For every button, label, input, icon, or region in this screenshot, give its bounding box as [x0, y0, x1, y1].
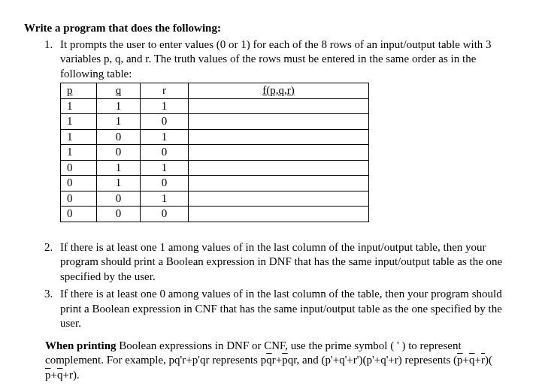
truth-table: p q r f(p,q,r) 1 1 1 1 1 0 1 0 1	[60, 83, 369, 222]
cell-q: 1	[97, 98, 141, 114]
printing-body4: )(	[485, 354, 492, 366]
cell-r: 0	[141, 114, 189, 130]
cell-r: 0	[141, 176, 189, 191]
instruction-list: It prompts the user to enter values (0 o…	[56, 38, 521, 331]
table-row: 1 1 0	[61, 114, 369, 130]
printing-body5: +r).	[62, 369, 79, 381]
cell-p: 1	[61, 129, 97, 145]
printing-body3: qr, and (p'+q'+r')(p'+q'+r) represents (	[288, 354, 457, 366]
cell-q: 1	[97, 176, 141, 191]
instruction-item-2: If there is at least one 1 among values …	[56, 240, 521, 285]
cell-r: 1	[141, 98, 189, 114]
cell-r: 0	[141, 207, 189, 222]
table-row: 0 1 0	[61, 176, 369, 191]
header-p: p	[61, 83, 97, 99]
printing-paragraph: When printing Boolean expressions in DNF…	[45, 339, 521, 383]
overline-p3: p	[45, 369, 51, 381]
header-f: f(p,q,r)	[189, 83, 369, 99]
instruction-1-text: It prompts the user to enter values (0 o…	[60, 38, 492, 80]
table-row: 0 0 1	[61, 191, 369, 207]
table-row: 1 0 1	[61, 129, 369, 145]
printing-body2: r+	[272, 354, 282, 366]
cell-p: 0	[61, 207, 97, 222]
cell-f	[189, 207, 369, 222]
cell-f	[189, 114, 369, 130]
instruction-item-1: It prompts the user to enter values (0 o…	[56, 38, 521, 222]
overline-q2: q	[469, 354, 475, 366]
cell-p: 1	[61, 145, 97, 161]
instruction-2-text: If there is at least one 1 among values …	[60, 241, 502, 282]
cell-f	[189, 176, 369, 191]
cell-q: 0	[97, 207, 141, 222]
plus1: +	[463, 354, 469, 366]
table-row: 1 0 0	[61, 145, 369, 161]
header-q: q	[97, 83, 141, 99]
table-header-row: p q r f(p,q,r)	[61, 83, 369, 99]
cell-r: 1	[141, 191, 189, 207]
printing-lead: When printing	[45, 339, 117, 351]
table-row: 0 1 1	[61, 160, 369, 176]
cell-f	[189, 129, 369, 145]
cell-f	[189, 191, 369, 207]
table-row: 1 1 1	[61, 98, 369, 114]
overline-p2: p	[457, 354, 463, 366]
cell-q: 0	[97, 191, 141, 207]
cell-q: 1	[97, 114, 141, 130]
cell-p: 0	[61, 176, 97, 191]
page-title: Write a program that does the following:	[24, 21, 521, 36]
plus3: +	[51, 369, 57, 381]
cell-r: 0	[141, 145, 189, 161]
cell-p: 0	[61, 191, 97, 207]
instruction-item-3: If there is at least one 0 among values …	[56, 287, 521, 331]
plus2: +	[475, 354, 481, 366]
cell-p: 0	[61, 160, 97, 176]
instruction-3-text: If there is at least one 0 among values …	[60, 288, 502, 329]
cell-q: 1	[97, 160, 141, 176]
cell-r: 1	[141, 129, 189, 145]
overline-p1: p	[282, 354, 288, 366]
overline-q1: q	[266, 354, 272, 366]
table-row: 0 0 0	[61, 207, 369, 222]
cell-r: 1	[141, 160, 189, 176]
cell-q: 0	[97, 129, 141, 145]
cell-f	[189, 98, 369, 114]
cell-f	[189, 160, 369, 176]
header-r: r	[141, 83, 189, 99]
cell-f	[189, 145, 369, 161]
cell-q: 0	[97, 145, 141, 161]
cell-p: 1	[61, 114, 97, 130]
cell-p: 1	[61, 98, 97, 114]
